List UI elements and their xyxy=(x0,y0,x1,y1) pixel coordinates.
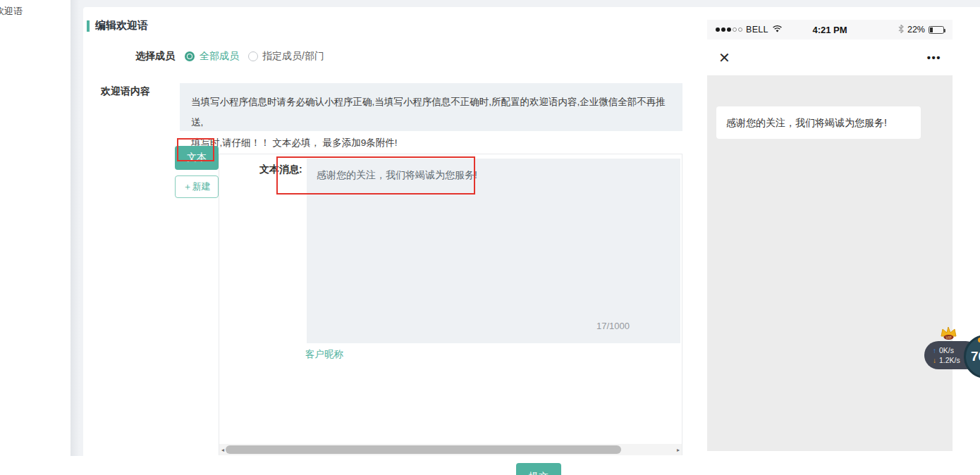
radio-specific-members[interactable] xyxy=(248,51,258,61)
svg-text:VIP: VIP xyxy=(945,335,952,340)
radio-all-members[interactable] xyxy=(185,51,195,61)
notice-line2: 填写时,请仔细！！ 文本必填， 最多添加9条附件! xyxy=(191,132,671,153)
sidebar-item-welcome-message[interactable]: 欢迎语 xyxy=(0,5,23,18)
annotation-box-text-tab xyxy=(177,138,214,161)
upload-speed: 0K/s xyxy=(939,346,954,354)
battery-percent: 22% xyxy=(907,25,925,35)
bluetooth-icon xyxy=(898,25,904,35)
customer-nickname-link[interactable]: 客户昵称 xyxy=(305,348,343,361)
horizontal-scrollbar[interactable]: ◂ ▸ xyxy=(219,444,682,455)
add-new-attachment-button[interactable]: ＋新建 xyxy=(175,175,219,198)
section-accent-bar xyxy=(87,20,90,32)
scrollbar-thumb[interactable] xyxy=(226,445,621,454)
close-icon[interactable]: ✕ xyxy=(718,49,730,66)
footer-bar xyxy=(0,456,980,475)
phone-status-bar: 4:21 PM BELL 22% xyxy=(707,20,953,39)
welcome-message-bubble: 感谢您的关注，我们将竭诚为您服务! xyxy=(716,106,921,139)
chat-preview-area: 感谢您的关注，我们将竭诚为您服务! xyxy=(707,76,953,451)
scrollbar-right-arrow-icon[interactable]: ▸ xyxy=(675,444,682,455)
radio-specific-members-label[interactable]: 指定成员/部门 xyxy=(262,50,324,63)
page-title: 编辑欢迎语 xyxy=(95,19,148,32)
more-menu-icon[interactable]: ••• xyxy=(927,51,941,63)
battery-icon xyxy=(929,26,944,34)
sidebar-shadow xyxy=(71,0,83,456)
member-select-label: 选择成员 xyxy=(135,50,175,63)
notice-box: 当填写小程序信息时请务必确认小程序正确,当填写小程序信息不正确时,所配置的欢迎语… xyxy=(180,83,682,131)
download-speed: 1.2K/s xyxy=(939,356,960,364)
upload-arrow-icon: ↑ xyxy=(933,347,936,354)
phone-nav-bar: ✕ ••• xyxy=(707,39,953,76)
vip-crown-icon: VIP xyxy=(938,326,958,344)
radio-selected-dot xyxy=(188,54,192,58)
char-counter: 17/1000 xyxy=(557,321,630,331)
left-sidebar: 欢迎语 xyxy=(0,0,71,475)
radio-all-members-label[interactable]: 全部成员 xyxy=(200,50,239,63)
annotation-box-message xyxy=(276,156,475,195)
download-arrow-icon: ↓ xyxy=(933,357,936,364)
phone-preview: 4:21 PM BELL 22% ✕ ••• 感谢您的关注，我们将竭诚为您服务! xyxy=(707,13,953,451)
gauge-score: 70 xyxy=(971,349,980,364)
notice-line1: 当填写小程序信息时请务必确认小程序正确,当填写小程序信息不正确时,所配置的欢迎语… xyxy=(191,92,671,132)
welcome-content-label: 欢迎语内容 xyxy=(101,85,150,98)
submit-button[interactable]: 提交 xyxy=(516,463,561,475)
